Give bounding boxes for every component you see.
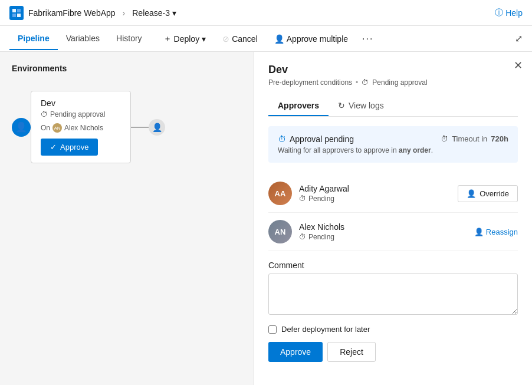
svg-rect-3 <box>17 14 21 17</box>
nav-actions: ＋ Deploy ▾ ⊘ Cancel 👤 Approve multiple ·… <box>156 30 379 48</box>
svg-rect-2 <box>12 14 16 17</box>
help-link[interactable]: ⓘ Help <box>495 8 523 18</box>
refresh-icon: ↻ <box>338 101 345 110</box>
pipeline-diagram: 👤 Dev ⏱ Pending approval On AN Alex Nich… <box>12 91 242 163</box>
dev-node-on: On AN Alex Nichols <box>41 123 121 133</box>
approver-status-1: ⏱ Pending <box>299 233 467 241</box>
nav-tabs: Pipeline Variables History ＋ Deploy ▾ ⊘ … <box>0 26 532 52</box>
avatar-alex: AN <box>268 220 292 243</box>
approver-status-0: ⏱ Pending <box>299 195 451 203</box>
reassign-icon: 👤 <box>474 228 484 236</box>
close-button[interactable]: ✕ <box>514 59 523 72</box>
tab-pipeline[interactable]: Pipeline <box>9 28 58 50</box>
person-icon-right: 👤 <box>152 123 162 132</box>
approve-final-button[interactable]: Approve <box>268 342 323 362</box>
pending-icon-0: ⏱ <box>299 195 306 203</box>
cancel-icon: ⊘ <box>222 34 229 44</box>
panel-tab-view-logs[interactable]: ↻ View logs <box>329 96 393 116</box>
panel-title: Dev <box>268 64 518 76</box>
checkmark-icon: ✓ <box>50 143 57 151</box>
override-button[interactable]: 👤 Override <box>458 185 518 202</box>
pending-clock-icon: ⏱ <box>278 134 286 144</box>
approver-info-0: Adity Agarwal ⏱ Pending <box>299 184 451 203</box>
environments-title: Environments <box>12 64 242 73</box>
more-options-button[interactable]: ··· <box>357 30 378 48</box>
defer-checkbox[interactable] <box>268 325 277 334</box>
comment-textarea[interactable] <box>268 274 518 315</box>
override-icon: 👤 <box>467 189 476 198</box>
approver-item-1: AN Alex Nichols ⏱ Pending 👤 Reassign <box>268 213 518 251</box>
tab-variables[interactable]: Variables <box>58 28 108 50</box>
breadcrumb-sep: › <box>123 8 126 18</box>
approve-button[interactable]: ✓ Approve <box>41 139 98 156</box>
defer-label: Defer deployment for later <box>281 325 370 334</box>
approver-name-1: Alex Nichols <box>299 222 467 232</box>
tab-history[interactable]: History <box>108 28 150 50</box>
panel-subtitle: Pre-deployment conditions • ⏱ Pending ap… <box>268 78 518 87</box>
reject-button[interactable]: Reject <box>327 342 376 362</box>
approver-name-0: Adity Agarwal <box>299 184 451 193</box>
dev-card: Dev ⏱ Pending approval On AN Alex Nichol… <box>31 91 131 163</box>
deploy-chevron-icon: ▾ <box>202 34 206 44</box>
dot-separator: • <box>356 78 358 87</box>
avatar-adity: AA <box>268 182 292 205</box>
subtitle-clock-icon: ⏱ <box>362 78 369 87</box>
panel-tab-approvers[interactable]: Approvers <box>268 96 329 116</box>
app-logo <box>9 6 24 20</box>
pending-icon-1: ⏱ <box>299 233 306 241</box>
deploy-button[interactable]: ＋ Deploy ▾ <box>156 30 214 48</box>
approver-circle-left: 👤 <box>12 118 31 137</box>
app-name: FabrikamFibre WebApp <box>28 8 116 18</box>
right-panel: ✕ Dev Pre-deployment conditions • ⏱ Pend… <box>254 52 532 385</box>
approve-multiple-button[interactable]: 👤 Approve multiple <box>267 31 355 47</box>
pipeline-line-right <box>131 127 149 128</box>
person-icon: 👤 <box>15 121 27 133</box>
timeout-info: ⏱ Timeout in 720h <box>441 134 508 143</box>
comment-label: Comment <box>268 261 518 270</box>
help-icon: ⓘ <box>495 8 503 18</box>
approval-pending-left: ⏱ Approval pending Waiting for all appro… <box>278 134 433 154</box>
reassign-button[interactable]: 👤 Reassign <box>474 228 518 236</box>
dev-node-status: ⏱ Pending approval <box>41 110 121 118</box>
user-icon: 👤 <box>274 34 284 44</box>
chevron-down-icon: ▾ <box>172 8 176 18</box>
expand-button[interactable]: ⤢ <box>515 33 523 44</box>
clock-icon: ⏱ <box>41 110 48 118</box>
timer-icon: ⏱ <box>441 134 448 143</box>
approver-circle-right: 👤 <box>149 119 165 136</box>
approval-pending-title: ⏱ Approval pending <box>278 134 433 144</box>
panel-tabs: Approvers ↻ View logs <box>268 96 518 117</box>
assignee-avatar-small: AN <box>52 123 62 133</box>
approval-pending-description: Waiting for all approvers to approve in … <box>278 146 433 154</box>
approver-info-1: Alex Nichols ⏱ Pending <box>299 222 467 241</box>
left-panel: Environments 👤 Dev ⏱ Pending approval On… <box>0 52 254 385</box>
defer-row: Defer deployment for later <box>268 325 518 334</box>
release-selector[interactable]: Release-3 ▾ <box>132 8 176 18</box>
svg-rect-0 <box>12 9 16 12</box>
dev-node-title: Dev <box>41 98 121 108</box>
topbar: FabrikamFibre WebApp › Release-3 ▾ ⓘ Hel… <box>0 0 532 26</box>
cancel-button[interactable]: ⊘ Cancel <box>215 31 265 47</box>
approval-pending-box: ⏱ Approval pending Waiting for all appro… <box>268 126 518 163</box>
plus-icon: ＋ <box>163 34 172 44</box>
approver-item-0: AA Adity Agarwal ⏱ Pending 👤 Override <box>268 174 518 213</box>
bottom-buttons: Approve Reject <box>268 342 518 362</box>
svg-rect-1 <box>17 9 21 12</box>
